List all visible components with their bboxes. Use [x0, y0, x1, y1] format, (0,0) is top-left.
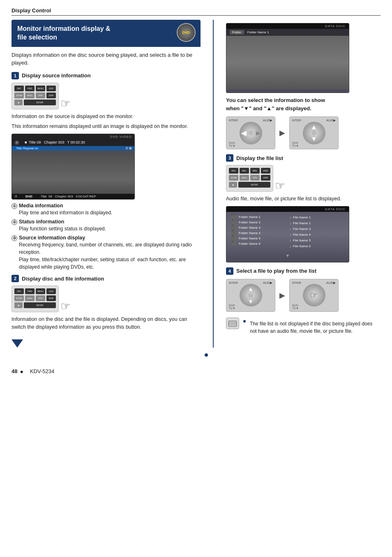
- dsic-top-bar: DATA DSIC: [226, 23, 349, 29]
- step4-header: 4 Select a file to play from the list: [226, 267, 380, 275]
- btn-menu: MENU: [36, 86, 45, 91]
- folder-icon-4: [231, 231, 237, 235]
- nav-disc-1-label-nter: NTER: [229, 118, 238, 122]
- right-column: DATA DSIC Folder Folder Name 1 You can s…: [226, 20, 380, 335]
- btn-menu-2: MENU: [36, 288, 45, 294]
- dsic-folder-btn: Folder: [230, 30, 244, 35]
- folder-item-3: Folder Name 3: [231, 226, 286, 230]
- nav-disc-2-label-aud: AUD▶: [326, 118, 336, 122]
- file-item-3: ♪ File Name 3: [289, 227, 344, 231]
- file-item-4: ♪ File Name 4: [289, 232, 344, 237]
- file-list-screen: DATA DSIC Folder Name 1 Folder Name 2: [226, 206, 349, 262]
- step4-title: Select a file to play from the list: [236, 268, 316, 274]
- note-text: The file list is not displayed if the di…: [250, 320, 380, 335]
- nav-arrow-separator: ▶: [279, 128, 285, 137]
- note-svg-icon: [228, 319, 238, 327]
- step4-arrow-up-1: ▲: [248, 285, 254, 292]
- step4-aud-1: AUD▶: [263, 281, 272, 285]
- circle-num-3: ③: [12, 235, 17, 241]
- sub-item-2: ② Status information Play function setti…: [12, 219, 201, 232]
- sub-item-2-title: ② Status information: [12, 219, 201, 225]
- remote-illustration-3: SRC REC MNV. DISP ZOOM ANGL RTN DISP ◉ E…: [226, 165, 380, 192]
- dsic-label: DATA DSIC: [325, 24, 346, 28]
- step4-wheel-1: ▲ ▼: [240, 284, 262, 306]
- step3-badge: 3: [226, 154, 233, 162]
- btn-angle-3: ANGL: [240, 175, 249, 181]
- page-footer: 48 ● KDV-5234: [12, 365, 380, 375]
- file-item-2: ♪ File Name 2: [289, 221, 344, 225]
- dvd-row1-num: ①: [14, 140, 19, 145]
- btn-audio: AUD: [46, 86, 56, 91]
- dvd-row2-left: Title Repeat on: [14, 146, 40, 150]
- dvd-row2-right: ② ⊠: [125, 146, 132, 150]
- remote-block-2: SRC FWD MENU AUD ZOOM ANGL RTN DISP ◉ EN…: [12, 285, 59, 312]
- nav-disc-1: NTER AUD▶ ◀ ▶ DVDTV▼: [226, 116, 275, 149]
- hand-icon-1: ☞: [60, 98, 71, 109]
- folder-name-4: Folder Name 4: [239, 231, 261, 235]
- btn-return-2: RTN: [36, 295, 45, 301]
- nav-disc-2-wheel: ▲ ▼: [303, 122, 325, 144]
- select-info-text: You can select the information to show w…: [226, 96, 380, 112]
- remote-block-3: SRC REC MNV. DISP ZOOM ANGL RTN DISP ◉ E…: [226, 165, 273, 192]
- file-name-4: File Name 4: [293, 233, 311, 237]
- btn-enter-3: ENTER: [238, 182, 270, 188]
- folder-name-2: Folder Name 2: [239, 220, 261, 224]
- sub-item-1-label: Media information: [19, 203, 63, 209]
- dvd-screen-1: DVD VIDEO ① ■ Title 09 Chapter 003 T 00:…: [12, 134, 135, 200]
- note-content: The file list is not displayed if the di…: [243, 318, 380, 335]
- folder-column: Folder Name 1 Folder Name 2 Folder Name …: [231, 215, 286, 248]
- sub-item-1-desc: Play time and text information is displa…: [19, 209, 201, 216]
- model-number: KDV-5234: [30, 368, 54, 374]
- section-title: Display Control: [12, 7, 51, 14]
- btn-menu-3: MNV.: [250, 168, 260, 174]
- nav-arrow-right-1: ▶: [256, 130, 261, 136]
- sub-item-2-desc: Play function setting status is displaye…: [19, 225, 201, 232]
- hand-icon-2: ☞: [60, 301, 71, 312]
- bullet-dot: [243, 320, 246, 323]
- dsic-folder-name: Folder Name 1: [247, 30, 269, 34]
- btn-fwd-2: FWD: [25, 288, 35, 294]
- folder-icon-3: [231, 226, 237, 230]
- step4-nter-2: NTER: [292, 281, 301, 285]
- sub-item-2-label: Status information: [19, 219, 64, 225]
- down-arrow-left: [12, 339, 23, 348]
- file-name-2: File Name 2: [293, 221, 311, 225]
- bottom-dot-indicator: [12, 353, 380, 357]
- sub-item-3-label: Source information display: [19, 235, 85, 241]
- file-icon-6: ♪: [289, 244, 291, 248]
- sub-item-3-title: ③ Source information display: [12, 235, 201, 241]
- folder-icon-6: [231, 242, 237, 246]
- step1-info1: Information on the source is displayed o…: [12, 113, 201, 121]
- file-name-5: File Name 5: [293, 239, 311, 242]
- folder-item-6: Folder Name 6: [231, 242, 286, 246]
- step2-title: Display disc and file information: [22, 276, 104, 282]
- file-list-dsic-label: DATA DSIC: [325, 207, 346, 211]
- btn-disp2-3: DISP: [261, 175, 270, 181]
- file-icon-3: ♪: [289, 227, 291, 231]
- nav-arrow-up-2: ▲: [311, 123, 317, 131]
- page-section-header: Display Control: [12, 7, 380, 16]
- folder-item-1: Folder Name 1: [231, 215, 286, 219]
- step4-hand-icon: ☞: [310, 290, 318, 301]
- file-item-1: ♪ File Name 1: [289, 215, 344, 220]
- left-column: Monitor information display & file selec…: [12, 20, 201, 348]
- dsic-folder-bar: Folder Folder Name 1: [226, 29, 349, 36]
- btn-extra2: ◉: [14, 302, 23, 308]
- nav-arrow-down-2: ▼: [311, 135, 317, 143]
- file-column: ♪ File Name 1 ♪ File Name 2 ♪ File Name …: [289, 215, 344, 248]
- data-dsic-screen: DATA DSIC Folder Folder Name 1: [226, 23, 349, 93]
- file-name-6: File Name 6: [293, 244, 311, 248]
- btn-enter: ENTER: [24, 100, 56, 105]
- btn-sync: SRC: [14, 86, 24, 91]
- btn-rec-3: REC: [240, 168, 249, 174]
- nav-disc-2-label-nter: NTER: [292, 118, 301, 122]
- nav-disc-1-dvd-label: DVDTV▼: [229, 142, 235, 147]
- scroll-down-indicator: ▼: [226, 253, 349, 258]
- folder-icon-1: [231, 215, 237, 219]
- step4-center-1: [248, 293, 253, 298]
- dvd-bottom-info: Title 09 Chapter 003 0:00:04T.REP: [41, 195, 96, 198]
- note-bullet-row: The file list is not displayed if the di…: [243, 320, 380, 335]
- dvd-bottom-bar: ③ DVD Title 09 Chapter 003 0:00:04T.REP: [12, 194, 134, 199]
- page: Display Control Monitor information disp…: [0, 0, 392, 557]
- nav-disc-2: NTER AUD▶ ▲ ▼ DVDTV▼: [289, 116, 339, 149]
